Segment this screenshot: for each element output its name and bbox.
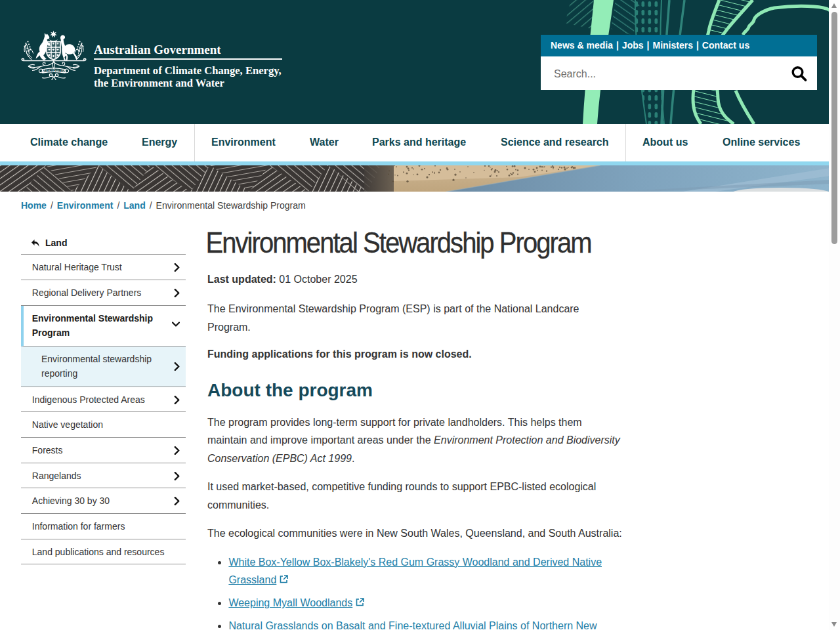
svg-text:AUSTRALIA: AUSTRALIA [43,69,64,73]
